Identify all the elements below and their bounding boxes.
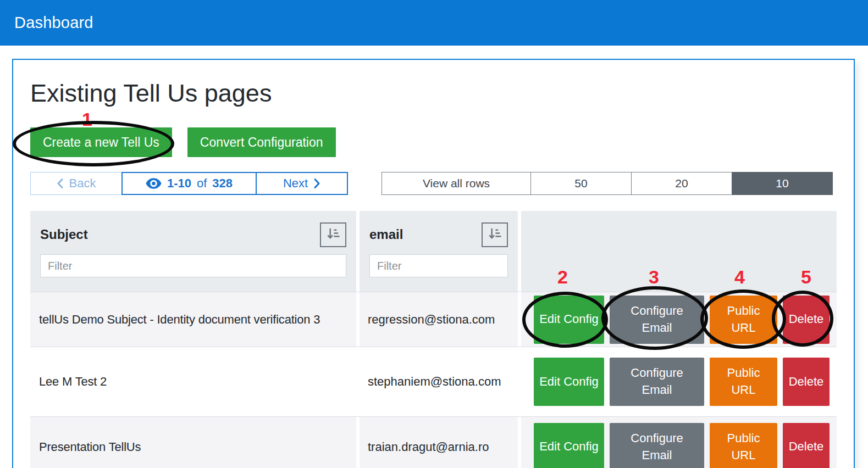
sort-subject-button[interactable] [320,222,346,247]
app-header: Dashboard [0,0,868,46]
table-row: Lee M Test 2 stephaniem@stiona.com Edit … [30,347,837,416]
page-range-indicator: 1-10 of 328 [121,172,257,195]
subject-header-cell: Subject [30,211,356,292]
public-url-button[interactable]: Public URL [710,358,777,406]
delete-button[interactable]: Delete [783,423,830,468]
next-label: Next [283,176,308,191]
email-header-cell: email [360,211,518,292]
chevron-left-icon [57,178,64,189]
email-cell: regression@stiona.com [360,292,518,347]
pager-group: Back 1-10 of 328 Next [30,172,348,195]
sort-email-button[interactable] [482,222,508,247]
delete-button[interactable]: Delete [783,358,830,406]
email-filter-input[interactable] [369,254,508,277]
eye-icon [146,178,162,189]
back-button[interactable]: Back [30,172,122,195]
public-url-button[interactable]: Public URL [710,423,777,468]
actions-header-cell [521,211,837,292]
edit-config-button[interactable]: Edit Config [534,423,604,468]
pagination-bar: Back 1-10 of 328 Next View all rows 50 2… [30,172,833,195]
edit-config-button[interactable]: Edit Config [534,358,604,406]
range-text: 1-10 [167,176,191,191]
toolbar: Create a new Tell Us Convert Configurati… [30,127,854,157]
total-count: 328 [212,176,233,191]
table-header-row: Subject email [30,211,837,292]
configure-email-button[interactable]: Configure Email [610,296,704,344]
chevron-right-icon [313,178,320,189]
of-label: of [197,176,207,191]
delete-button[interactable]: Delete [783,296,830,344]
public-url-button[interactable]: Public URL [710,296,777,344]
column-header-email: email [369,227,403,242]
actions-cell: Edit Config Configure Email Public URL D… [521,347,837,416]
actions-cell: Edit Config Configure Email Public URL D… [521,292,837,347]
next-button[interactable]: Next [256,172,348,195]
configure-email-button[interactable]: Configure Email [610,358,704,406]
page-size-50-button[interactable]: 50 [530,172,632,195]
sort-amount-down-icon [326,226,341,243]
app-title: Dashboard [14,14,93,32]
page-size-10-button[interactable]: 10 [732,172,833,195]
sort-amount-down-icon [488,226,502,243]
convert-configuration-button[interactable]: Convert Configuration [187,127,336,157]
email-cell: stephaniem@stiona.com [360,347,518,416]
back-label: Back [69,176,96,191]
view-all-rows-button[interactable]: View all rows [382,172,531,195]
page-title: Existing Tell Us pages [30,79,854,108]
configure-email-button[interactable]: Configure Email [610,423,704,468]
actions-cell: Edit Config Configure Email Public URL D… [521,417,837,468]
content-card: Existing Tell Us pages Create a new Tell… [12,59,855,468]
column-header-subject: Subject [40,227,88,242]
edit-config-button[interactable]: Edit Config [534,296,604,344]
subject-filter-input[interactable] [40,254,346,277]
table-row: Presentation TellUs traian.dragut@arnia.… [30,416,837,468]
table-row: tellUs Demo Subject - Identity document … [30,292,837,347]
create-tellus-button[interactable]: Create a new Tell Us [30,127,172,157]
email-cell: traian.dragut@arnia.ro [360,417,518,468]
page-size-group: View all rows 50 20 10 [382,172,833,195]
tellus-pages-table: Subject email [30,211,837,468]
subject-cell: Lee M Test 2 [30,347,356,416]
subject-cell: Presentation TellUs [30,417,356,468]
page-size-20-button[interactable]: 20 [631,172,732,195]
subject-cell: tellUs Demo Subject - Identity document … [30,292,356,347]
